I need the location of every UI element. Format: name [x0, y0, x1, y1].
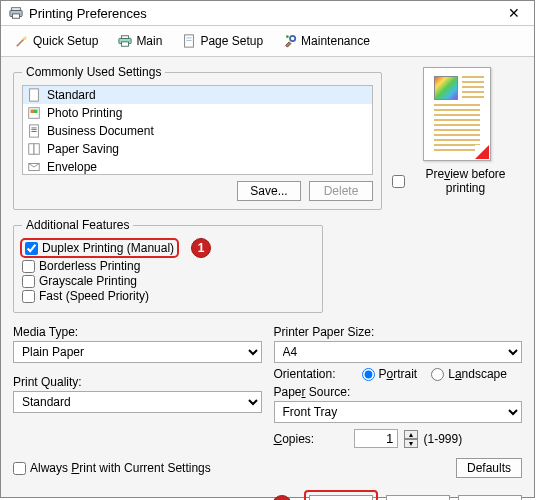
svg-rect-9: [187, 40, 192, 41]
media-type-select[interactable]: Plain Paper: [13, 341, 262, 363]
list-item-label: Paper Saving: [47, 142, 119, 156]
paper-size-label: Printer Paper Size:: [274, 325, 523, 339]
svg-rect-15: [34, 110, 38, 114]
borderless-checkbox[interactable]: [22, 260, 35, 273]
tab-label: Quick Setup: [33, 34, 98, 48]
svg-rect-5: [122, 36, 129, 39]
preview-thumbnail: [423, 67, 491, 161]
list-item-label: Business Document: [47, 124, 154, 138]
printer-small-icon: [118, 34, 132, 48]
always-print-label: Always Print with Current Settings: [30, 461, 211, 475]
list-item-label: Standard: [47, 88, 96, 102]
group-legend: Commonly Used Settings: [22, 65, 165, 79]
duplex-checkbox[interactable]: [25, 242, 38, 255]
ok-button[interactable]: OK: [309, 495, 373, 500]
paper-source-label: Paper Source:: [274, 385, 523, 399]
landscape-label: Landscape: [448, 367, 507, 381]
copies-range: (1-999): [424, 432, 463, 446]
copies-input[interactable]: [354, 429, 398, 448]
svg-rect-18: [31, 129, 36, 130]
portrait-radio[interactable]: [362, 368, 375, 381]
paper-size-select[interactable]: A4: [274, 341, 523, 363]
defaults-button[interactable]: Defaults: [456, 458, 522, 478]
always-print-checkbox[interactable]: [13, 462, 26, 475]
portrait-radio-row[interactable]: Portrait: [362, 367, 418, 381]
list-item-label: Envelope: [47, 160, 97, 174]
magic-wand-icon: [15, 34, 29, 48]
help-button[interactable]: Help: [458, 495, 522, 500]
svg-point-11: [286, 35, 289, 38]
svg-rect-14: [31, 110, 35, 114]
group-legend: Additional Features: [22, 218, 133, 232]
printer-icon: [9, 6, 23, 20]
media-type-label: Media Type:: [13, 325, 262, 339]
copies-up-button[interactable]: ▴: [404, 430, 418, 439]
delete-button[interactable]: Delete: [309, 181, 373, 201]
preview-label: Preview before printing: [409, 167, 522, 195]
document-icon: [27, 124, 41, 138]
orientation-label: Orientation:: [274, 367, 348, 381]
borderless-label: Borderless Printing: [39, 259, 140, 273]
always-print-row[interactable]: Always Print with Current Settings: [13, 461, 211, 475]
svg-rect-2: [13, 14, 20, 18]
grayscale-checkbox[interactable]: [22, 275, 35, 288]
svg-rect-8: [187, 38, 192, 39]
window-title: Printing Preferences: [29, 6, 147, 21]
print-quality-select[interactable]: Standard: [13, 391, 262, 413]
fast-checkbox[interactable]: [22, 290, 35, 303]
svg-rect-6: [122, 42, 129, 46]
save-button[interactable]: Save...: [237, 181, 301, 201]
list-item-label: Photo Printing: [47, 106, 122, 120]
page-icon: [182, 34, 196, 48]
photo-icon: [27, 106, 41, 120]
annotation-1: 1: [191, 238, 211, 258]
copies-down-button[interactable]: ▾: [404, 439, 418, 448]
copies-label: Copies:: [274, 432, 348, 446]
svg-rect-17: [31, 128, 36, 129]
landscape-radio-row[interactable]: Landscape: [431, 367, 507, 381]
duplex-label: Duplex Printing (Manual): [42, 241, 174, 255]
landscape-radio[interactable]: [431, 368, 444, 381]
additional-features-group: Additional Features Duplex Printing (Man…: [13, 218, 323, 313]
duplex-checkbox-row: Duplex Printing (Manual): [22, 240, 177, 256]
tab-maintenance[interactable]: Maintenance: [277, 32, 376, 50]
annotation-2: 2: [272, 495, 292, 500]
svg-rect-20: [29, 144, 34, 155]
svg-rect-19: [31, 131, 36, 132]
cancel-button[interactable]: Cancel: [386, 495, 450, 500]
print-quality-label: Print Quality:: [13, 375, 262, 389]
tab-label: Page Setup: [200, 34, 263, 48]
tab-page-setup[interactable]: Page Setup: [176, 32, 269, 50]
paper-source-select[interactable]: Front Tray: [274, 401, 523, 423]
fast-label: Fast (Speed Priority): [39, 289, 149, 303]
grayscale-label: Grayscale Printing: [39, 274, 137, 288]
svg-point-10: [290, 36, 295, 41]
page-icon: [27, 88, 41, 102]
list-item[interactable]: Photo Printing: [23, 104, 372, 122]
window-close-button[interactable]: ✕: [502, 5, 526, 21]
list-item[interactable]: Envelope: [23, 158, 372, 175]
settings-list[interactable]: Standard Photo Printing Business Documen…: [22, 85, 373, 175]
commonly-used-settings-group: Commonly Used Settings Standard Photo Pr…: [13, 65, 382, 210]
list-item[interactable]: Standard: [23, 86, 372, 104]
svg-rect-12: [30, 89, 39, 101]
tools-icon: [283, 34, 297, 48]
paper-saving-icon: [27, 142, 41, 156]
preview-checkbox[interactable]: [392, 175, 405, 188]
tab-label: Maintenance: [301, 34, 370, 48]
envelope-icon: [27, 160, 41, 174]
tab-label: Main: [136, 34, 162, 48]
tab-main[interactable]: Main: [112, 32, 168, 50]
list-item[interactable]: Business Document: [23, 122, 372, 140]
titlebar: Printing Preferences ✕: [1, 1, 534, 26]
list-item[interactable]: Paper Saving: [23, 140, 372, 158]
tab-quick-setup[interactable]: Quick Setup: [9, 32, 104, 50]
tab-bar: Quick Setup Main Page Setup Maintenance: [1, 26, 534, 57]
svg-rect-21: [34, 144, 39, 155]
portrait-label: Portrait: [379, 367, 418, 381]
